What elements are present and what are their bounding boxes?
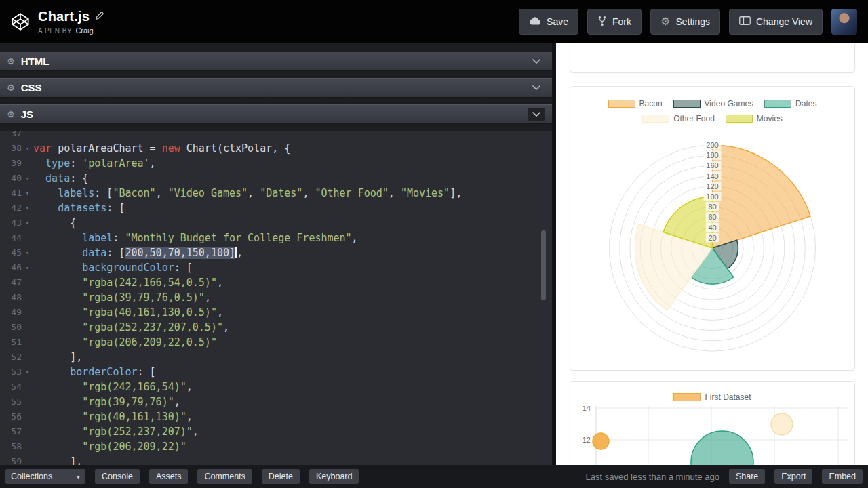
gear-icon[interactable]: ⚙ — [7, 110, 15, 119]
bubble-points — [593, 413, 793, 465]
fold-spacer — [22, 290, 33, 305]
code-line[interactable]: 55 "rgb(39,79,76)", — [0, 394, 552, 409]
code-text: backgroundColor: [ — [33, 260, 193, 275]
line-number: 40 — [0, 171, 22, 186]
line-number: 45 — [0, 245, 22, 260]
code-line[interactable]: 54 "rgb(242,166,54)", — [0, 380, 552, 394]
line-number: 37 — [0, 131, 22, 141]
code-line[interactable]: 53▾ borderColor: [ — [0, 365, 552, 380]
legend-swatch — [673, 393, 701, 401]
fold-arrow-icon[interactable]: ▾ — [22, 245, 33, 260]
panel-header-html[interactable]: ⚙ HTML — [0, 52, 552, 71]
code-line[interactable]: 57 "rgb(252,237,207)", — [0, 424, 552, 439]
code-line[interactable]: 48 "rgba(39,79,76,0.5)", — [0, 290, 552, 305]
fold-arrow-icon[interactable]: ▾ — [22, 365, 33, 380]
svg-text:40: 40 — [708, 224, 716, 232]
footer-button-share[interactable]: Share — [729, 469, 765, 484]
code-line[interactable]: 42▾ datasets: [ — [0, 201, 552, 216]
fold-spacer — [22, 439, 33, 454]
change-view-button[interactable]: Change View — [729, 9, 823, 35]
code-line[interactable]: 40▾ data: { — [0, 171, 552, 186]
footer-button-console[interactable]: Console — [95, 469, 140, 484]
settings-button-label: Settings — [675, 16, 710, 27]
header-actions: Save Fork ⚙ Settings — [519, 9, 857, 35]
gear-icon[interactable]: ⚙ — [7, 83, 15, 92]
fork-button[interactable]: Fork — [587, 9, 642, 35]
legend-item[interactable]: Video Games — [673, 99, 754, 108]
js-code-editor[interactable]: 3738▾var polarAreaChart = new Chart(ctxP… — [0, 131, 552, 465]
code-text: "rgba(40,161,130,0.5)", — [33, 305, 223, 320]
code-line[interactable]: 43▾ { — [0, 216, 552, 230]
footer-button-assets[interactable]: Assets — [149, 469, 189, 484]
legend-swatch — [764, 100, 791, 108]
code-line[interactable]: 39 type: 'polarArea', — [0, 156, 552, 171]
edit-pencil-icon[interactable] — [95, 11, 104, 23]
gear-icon[interactable]: ⚙ — [7, 57, 15, 66]
save-button-label: Save — [547, 16, 568, 27]
app-header: Chart.js A PEN BY Craig — [0, 0, 868, 43]
panel-header-css[interactable]: ⚙ CSS — [0, 78, 552, 98]
bubble-chart[interactable]: 1412 — [570, 406, 854, 465]
code-line[interactable]: 59 ], — [0, 454, 552, 465]
code-line[interactable]: 38▾var polarAreaChart = new Chart(ctxPol… — [0, 141, 552, 156]
line-number: 55 — [0, 394, 22, 409]
settings-button[interactable]: ⚙ Settings — [650, 9, 720, 35]
fold-spacer — [22, 350, 33, 365]
footer-button-comments[interactable]: Comments — [197, 469, 252, 484]
code-line[interactable]: 37 — [0, 131, 552, 141]
code-line[interactable]: 47 "rgba(242,166,54,0.5)", — [0, 275, 552, 290]
legend-item[interactable]: First Dataset — [673, 392, 751, 402]
polar-chart[interactable]: 20406080100120140160180200 — [570, 118, 854, 370]
author-link[interactable]: Craig — [75, 26, 93, 35]
fork-button-label: Fork — [612, 16, 631, 27]
save-button[interactable]: Save — [519, 9, 578, 35]
legend-item[interactable]: Dates — [764, 99, 816, 108]
fold-spacer — [22, 230, 33, 245]
footer-button-delete[interactable]: Delete — [262, 469, 300, 484]
line-number: 49 — [0, 305, 22, 320]
fold-arrow-icon[interactable]: ▾ — [22, 260, 33, 275]
fold-arrow-icon[interactable]: ▾ — [22, 171, 33, 186]
polar-sector-bacon[interactable] — [713, 145, 811, 248]
code-text: label: "Monthly Budget for College Fresh… — [33, 230, 358, 245]
code-text: "rgb(252,237,207)", — [33, 424, 199, 439]
footer-button-embed[interactable]: Embed — [822, 469, 863, 484]
code-line[interactable]: 46▾ backgroundColor: [ — [0, 260, 552, 275]
line-number: 38 — [0, 141, 22, 156]
editor-scrollbar[interactable] — [541, 230, 546, 300]
code-line[interactable]: 58 "rgb(206,209,22)" — [0, 439, 552, 454]
chevron-down-icon[interactable] — [528, 55, 545, 68]
code-line[interactable]: 56 "rgb(40,161,130)", — [0, 409, 552, 424]
footer-button-keyboard[interactable]: Keyboard — [309, 469, 359, 484]
fold-arrow-icon[interactable]: ▾ — [22, 201, 33, 216]
code-line[interactable]: 50 "rgba(252,237,207,0.5)", — [0, 320, 552, 335]
bubble-point-0[interactable] — [593, 433, 609, 449]
code-line[interactable]: 51 "rgba(206,209,22,0.5)" — [0, 335, 552, 350]
chevron-down-icon[interactable] — [528, 108, 545, 121]
line-number: 51 — [0, 335, 22, 350]
code-line[interactable]: 49 "rgba(40,161,130,0.5)", — [0, 305, 552, 320]
code-line[interactable]: 44 label: "Monthly Budget for College Fr… — [0, 230, 552, 245]
legend-item[interactable]: Bacon — [608, 99, 663, 108]
chevron-down-icon[interactable] — [528, 81, 545, 94]
legend-swatch — [608, 100, 635, 108]
bubble-point-1[interactable] — [771, 413, 793, 435]
code-line[interactable]: 45▾ data: [200,50,70,150,100], — [0, 245, 552, 260]
fold-spacer — [22, 409, 33, 424]
fold-arrow-icon[interactable]: ▾ — [22, 216, 33, 230]
fold-arrow-icon[interactable]: ▾ — [22, 186, 33, 201]
editor-column: ⚙ HTML ⚙ CSS ⚙ JS 3738▾ — [0, 43, 556, 465]
codepen-logo-icon[interactable] — [11, 12, 30, 31]
footer-button-export[interactable]: Export — [774, 469, 812, 484]
polar-chart-card: BaconVideo GamesDatesOther FoodMovies 20… — [570, 86, 855, 371]
fold-arrow-icon[interactable]: ▾ — [22, 141, 33, 156]
panel-header-js[interactable]: ⚙ JS — [0, 104, 552, 124]
code-line[interactable]: 52 ], — [0, 350, 552, 365]
collections-dropdown[interactable]: Collections ▾ — [5, 469, 85, 484]
avatar[interactable] — [831, 9, 857, 35]
code-line[interactable]: 41▾ labels: ["Bacon", "Video Games", "Da… — [0, 186, 552, 201]
code-text: labels: ["Bacon", "Video Games", "Dates"… — [33, 186, 462, 201]
bubble-point-2[interactable] — [691, 431, 753, 465]
fold-spacer — [22, 335, 33, 350]
line-number: 47 — [0, 275, 22, 290]
